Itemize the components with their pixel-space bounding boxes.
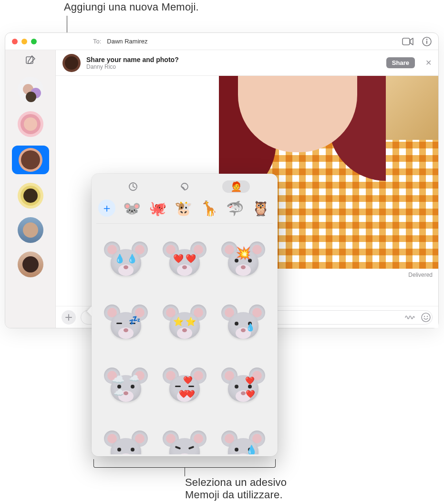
sidebar-item-contact-5[interactable] bbox=[18, 217, 43, 243]
svg-point-7 bbox=[427, 315, 428, 316]
titlebar: To: Dawn Ramirez bbox=[5, 33, 438, 50]
sticker-mouse-starstruck[interactable]: ⭐⭐ bbox=[157, 293, 213, 353]
memoji-sticker-grid: 💧💧 ❤️❤️ 💥 💤 ⭐⭐ 💧 bbox=[96, 224, 273, 454]
voice-message-button[interactable] bbox=[404, 312, 415, 323]
memoji-char-cow[interactable]: 🐮 bbox=[174, 199, 193, 218]
svg-rect-4 bbox=[26, 57, 33, 63]
to-name: Dawn Ramirez bbox=[107, 38, 147, 45]
svg-point-6 bbox=[424, 315, 425, 316]
sticker-mouse-heart-eyes[interactable]: ❤️❤️ bbox=[157, 230, 213, 290]
minimize-window-button[interactable] bbox=[21, 39, 27, 44]
annotation-bottom-2: Memoji da utilizzare. bbox=[185, 489, 283, 501]
memoji-char-octopus[interactable]: 🐙 bbox=[148, 199, 167, 218]
sticker-mouse-in-clouds[interactable]: ☁️ ☁️ ☁️ bbox=[98, 356, 154, 416]
svg-rect-3 bbox=[426, 41, 427, 44]
share-banner-subtitle: Danny Rico bbox=[86, 63, 179, 70]
dismiss-banner-button[interactable]: ✕ bbox=[425, 58, 432, 67]
share-banner-question: Share your name and photo? bbox=[86, 56, 179, 63]
sticker-mouse-cold-sweat[interactable]: 💧 bbox=[215, 419, 271, 454]
facetime-video-button[interactable] bbox=[402, 36, 413, 47]
tab-recents[interactable] bbox=[119, 180, 147, 193]
delivered-status: Delivered bbox=[408, 272, 433, 278]
sidebar-item-contact-4[interactable] bbox=[18, 183, 43, 209]
emoji-picker-button[interactable] bbox=[420, 312, 432, 323]
svg-point-5 bbox=[422, 313, 430, 322]
popover-tabs: 🧑‍🦰 bbox=[96, 178, 273, 195]
sticker-mouse-mind-blown[interactable]: 💥 bbox=[215, 230, 271, 290]
sidebar-item-contact-selected[interactable] bbox=[12, 146, 49, 174]
tab-memoji[interactable]: 🧑‍🦰 bbox=[222, 180, 250, 193]
annotation-bottom-1: Seleziona un adesivo bbox=[185, 476, 287, 489]
memoji-character-row: ＋ 🐭 🐙 🐮 🦒 🦈 🦉 bbox=[96, 195, 273, 224]
sticker-mouse-crying[interactable]: 💧 bbox=[215, 293, 271, 353]
window-controls bbox=[12, 39, 37, 44]
to-label: To: bbox=[93, 38, 101, 45]
annotation-top: Aggiungi una nuova Memoji. bbox=[64, 1, 199, 13]
compose-button[interactable] bbox=[25, 55, 36, 65]
add-new-memoji-button[interactable]: ＋ bbox=[98, 200, 115, 217]
apps-plus-button[interactable] bbox=[62, 310, 76, 325]
memoji-char-mouse[interactable]: 🐭 bbox=[122, 199, 141, 218]
details-info-button[interactable] bbox=[421, 36, 433, 47]
sticker-mouse-worried[interactable] bbox=[98, 419, 154, 454]
sticker-mouse-two-hearts[interactable]: ❤️ ❤️ bbox=[215, 356, 271, 416]
close-window-button[interactable] bbox=[12, 39, 18, 44]
sticker-mouse-angry[interactable] bbox=[157, 419, 213, 454]
zoom-window-button[interactable] bbox=[31, 39, 37, 44]
sticker-mouse-tears-of-joy[interactable]: 💧💧 bbox=[98, 230, 154, 290]
memoji-char-shark[interactable]: 🦈 bbox=[225, 199, 244, 218]
conversation-sidebar bbox=[5, 50, 56, 328]
memoji-char-giraffe[interactable]: 🦒 bbox=[199, 199, 218, 218]
memoji-sticker-popover: 🧑‍🦰 ＋ 🐭 🐙 🐮 🦒 🦈 🦉 💧💧 ❤️❤️ 💥 bbox=[92, 174, 278, 456]
share-name-photo-banner: Share your name and photo? Danny Rico Sh… bbox=[56, 50, 438, 76]
memoji-char-owl[interactable]: 🦉 bbox=[251, 199, 270, 218]
sidebar-item-contact-6[interactable] bbox=[18, 252, 43, 277]
sidebar-item-contact-2[interactable] bbox=[18, 111, 43, 137]
callout-bracket bbox=[93, 459, 276, 468]
share-button[interactable]: Share bbox=[386, 57, 415, 68]
sidebar-item-group[interactable] bbox=[18, 77, 43, 103]
share-banner-avatar bbox=[62, 54, 81, 72]
sticker-mouse-blowing-kiss[interactable]: ❤️ ❤️ ❤️ bbox=[157, 356, 213, 416]
sticker-mouse-sleeping[interactable]: 💤 bbox=[98, 293, 154, 353]
svg-point-2 bbox=[426, 39, 428, 40]
svg-rect-0 bbox=[403, 38, 410, 45]
tab-stickers[interactable] bbox=[171, 180, 198, 193]
